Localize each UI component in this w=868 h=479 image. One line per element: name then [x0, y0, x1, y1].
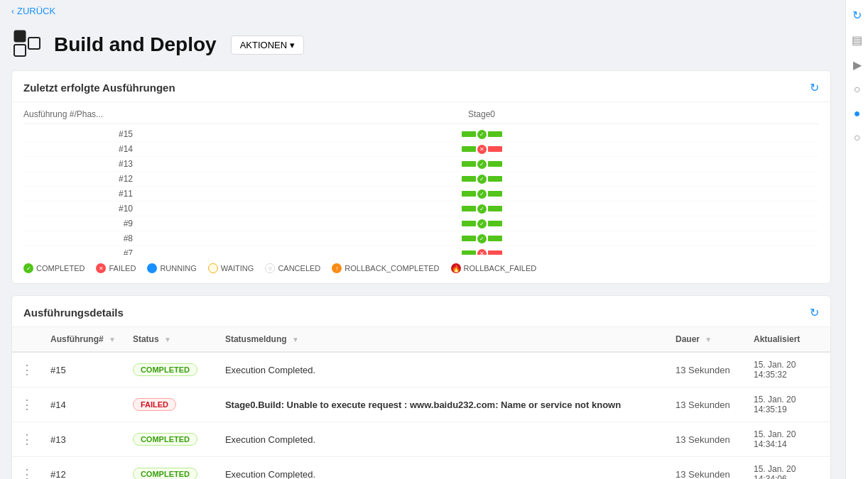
app-icon	[11, 28, 45, 62]
duration-sort-icon: ▼	[705, 336, 712, 343]
page-header: Build and Deploy AKTIONEN ▾	[0, 22, 868, 70]
status-badge: COMPLETED	[133, 468, 197, 479]
chart-col-run: Ausführung #/Phas...	[23, 109, 144, 119]
bar-seg-right	[488, 250, 502, 255]
col-message-header[interactable]: Statusmeldung ▼	[217, 327, 667, 352]
chart-row[interactable]: #14 ✕	[23, 142, 819, 157]
row-menu-trigger[interactable]: ⋮	[12, 352, 42, 387]
bar-segments: ✓	[462, 189, 502, 199]
bar-seg-green	[462, 131, 476, 137]
success-icon: ✓	[477, 189, 487, 199]
execution-table-body: ⋮ #15 COMPLETED Execution Completed. 13 …	[12, 352, 830, 479]
table-row: ⋮ #12 COMPLETED Execution Completed. 13 …	[12, 457, 830, 480]
bar-segments: ✕	[462, 145, 502, 154]
col-status-header[interactable]: Status ▼	[124, 327, 217, 352]
legend: ✓ COMPLETED ✕ FAILED RUNNING WAITING ○	[23, 258, 819, 276]
bar-seg-green	[462, 191, 476, 197]
legend-canceled-icon: ○	[265, 263, 275, 273]
sidebar-circle-filled-icon[interactable]: ●	[854, 107, 861, 120]
execution-details-title: Ausführungsdetails	[23, 307, 124, 319]
col-updated-header[interactable]: Aktualisiert	[745, 327, 830, 352]
status-badge: FAILED	[133, 398, 176, 411]
table-row: ⋮ #15 COMPLETED Execution Completed. 13 …	[12, 352, 830, 387]
row-duration: 13 Sekunden	[667, 352, 745, 387]
chart-row[interactable]: #9 ✓	[23, 216, 819, 231]
stage-bar: ✓	[144, 219, 819, 229]
bar-segments: ✓	[462, 234, 502, 243]
bar-seg-green	[462, 250, 476, 255]
table-row: ⋮ #13 COMPLETED Execution Completed. 13 …	[12, 422, 830, 457]
run-sort-icon: ▼	[109, 336, 116, 343]
chart-row[interactable]: #13 ✓	[23, 157, 819, 172]
chart-row[interactable]: #15 ✓	[23, 127, 819, 142]
row-run-num: #15	[42, 352, 124, 387]
row-menu-trigger[interactable]: ⋮	[12, 457, 42, 480]
legend-rollback-completed: ! ROLLBACK_COMPLETED	[332, 263, 439, 273]
legend-waiting-label: WAITING	[221, 264, 254, 272]
svg-rect-2	[28, 38, 40, 49]
actions-button[interactable]: AKTIONEN ▾	[231, 35, 304, 55]
top-nav: ‹ ZURÜCK	[0, 0, 868, 22]
back-button[interactable]: ‹ ZURÜCK	[11, 6, 55, 16]
row-message: Stage0.Build: Unable to execute request …	[217, 387, 667, 422]
table-row: ⋮ #14 FAILED Stage0.Build: Unable to exe…	[12, 387, 830, 422]
execution-details-refresh-icon[interactable]: ↻	[810, 306, 819, 319]
col-duration-header[interactable]: Dauer ▼	[667, 327, 745, 352]
col-dots	[12, 327, 42, 352]
run-number: #12	[23, 174, 144, 184]
recent-runs-title: Zuletzt erfolgte Ausführungen	[23, 82, 175, 94]
run-number: #15	[23, 129, 144, 139]
bar-seg-green	[462, 236, 476, 241]
bar-seg-right	[488, 161, 502, 167]
legend-completed-icon: ✓	[23, 263, 33, 273]
legend-rollback-failed: 🔥 ROLLBACK_FAILED	[451, 263, 537, 273]
row-message: Execution Completed.	[217, 352, 667, 387]
bar-seg-right	[488, 146, 502, 152]
row-run-num: #13	[42, 422, 124, 457]
row-status: COMPLETED	[124, 457, 217, 480]
fail-icon: ✕	[477, 145, 487, 154]
row-status: COMPLETED	[124, 422, 217, 457]
run-number: #13	[23, 159, 144, 169]
back-arrow-icon: ‹	[11, 6, 14, 16]
chart-row[interactable]: #12 ✓	[23, 172, 819, 187]
sidebar-refresh-icon[interactable]: ↻	[852, 9, 862, 22]
status-badge: COMPLETED	[133, 363, 197, 376]
run-number: #11	[23, 189, 144, 199]
message-sort-icon: ▼	[292, 336, 299, 343]
svg-rect-1	[14, 45, 26, 56]
chart-row[interactable]: #7 ✕	[23, 246, 819, 255]
recent-runs-header: Zuletzt erfolgte Ausführungen ↻	[12, 71, 830, 102]
table-header-row: Ausführung# ▼ Status ▼ Statusmeldung ▼	[12, 327, 830, 352]
bar-segments: ✓	[462, 130, 502, 139]
actions-chevron-icon: ▾	[290, 40, 295, 50]
chart-row[interactable]: #11 ✓	[23, 187, 819, 202]
row-updated: 15. Jan. 2014:35:32	[745, 352, 830, 387]
legend-completed: ✓ COMPLETED	[23, 263, 85, 273]
col-run-header[interactable]: Ausführung# ▼	[42, 327, 124, 352]
sidebar-terminal-icon[interactable]: ▤	[852, 33, 862, 47]
bar-seg-green	[462, 146, 476, 152]
sidebar-circle-empty-icon[interactable]: ○	[854, 83, 861, 96]
svg-rect-0	[14, 31, 26, 42]
legend-rollback-failed-label: ROLLBACK_FAILED	[464, 264, 537, 272]
recent-runs-card: Zuletzt erfolgte Ausführungen ↻ Ausführu…	[11, 70, 831, 284]
row-duration: 13 Sekunden	[667, 387, 745, 422]
row-menu-trigger[interactable]: ⋮	[12, 387, 42, 422]
bar-seg-right	[488, 236, 502, 241]
success-icon: ✓	[477, 175, 487, 184]
recent-runs-refresh-icon[interactable]: ↻	[810, 81, 819, 94]
legend-rollback-completed-label: ROLLBACK_COMPLETED	[345, 264, 439, 272]
sidebar-circle-outline-icon[interactable]: ○	[854, 131, 861, 144]
bar-seg-green	[462, 221, 476, 226]
run-number: #9	[23, 219, 144, 229]
chart-row[interactable]: #8 ✓	[23, 231, 819, 246]
execution-details-header: Ausführungsdetails ↻	[12, 296, 830, 327]
row-menu-trigger[interactable]: ⋮	[12, 422, 42, 457]
chart-row[interactable]: #10 ✓	[23, 202, 819, 216]
legend-running-label: RUNNING	[160, 264, 196, 272]
legend-canceled-label: CANCELED	[278, 264, 320, 272]
stage-bar: ✓	[144, 189, 819, 199]
run-number: #8	[23, 233, 144, 243]
sidebar-play-icon[interactable]: ▶	[853, 58, 862, 72]
